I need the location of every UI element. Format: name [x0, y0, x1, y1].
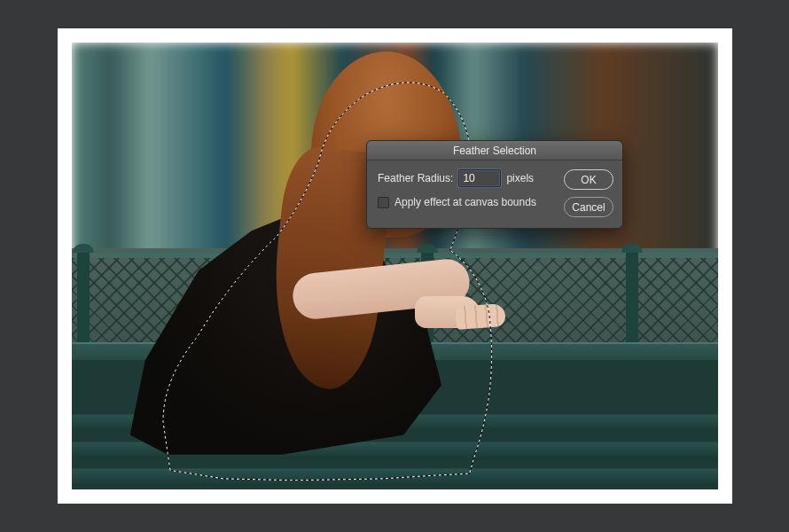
- dialog-body: Feather Radius: pixels Apply effect at c…: [367, 160, 622, 228]
- ok-button[interactable]: OK: [564, 169, 613, 190]
- dialog-buttons: OK Cancel: [557, 169, 613, 217]
- feather-radius-label: Feather Radius:: [378, 172, 453, 184]
- dialog-form: Feather Radius: pixels Apply effect at c…: [378, 169, 557, 217]
- feather-radius-unit: pixels: [506, 172, 534, 184]
- feather-radius-input[interactable]: [458, 169, 501, 187]
- feather-radius-row: Feather Radius: pixels: [378, 169, 557, 187]
- selection-outline: [117, 60, 595, 481]
- dialog-title[interactable]: Feather Selection: [367, 141, 622, 160]
- document-frame: [58, 28, 732, 504]
- feather-selection-dialog: Feather Selection Feather Radius: pixels…: [366, 140, 623, 229]
- cancel-button[interactable]: Cancel: [564, 197, 613, 217]
- apply-bounds-label: Apply effect at canvas bounds: [394, 196, 536, 208]
- image-canvas[interactable]: [72, 43, 718, 489]
- apply-bounds-checkbox[interactable]: [378, 197, 389, 208]
- apply-bounds-row[interactable]: Apply effect at canvas bounds: [378, 196, 557, 208]
